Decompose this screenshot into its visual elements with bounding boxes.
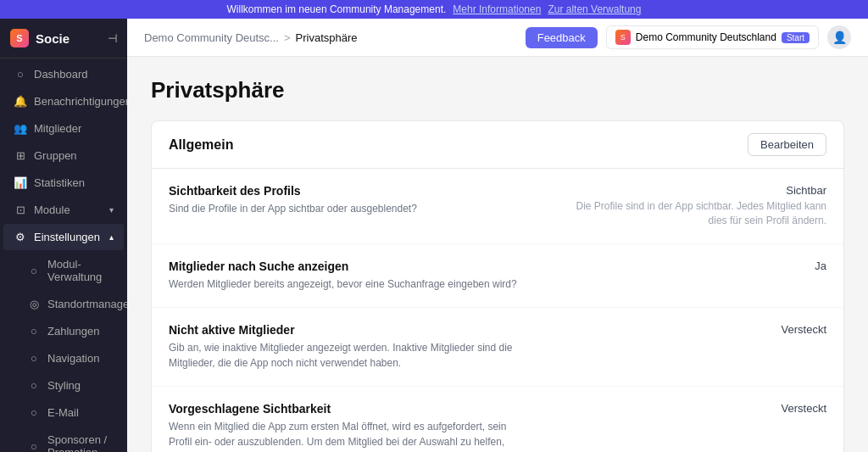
page-content: Privatsphäre Allgemein Bearbeiten Sichtb… [127, 57, 868, 452]
stats-icon: 📊 [14, 176, 27, 189]
settings-row-suche: Mitglieder nach Suche anzeigen Werden Mi… [152, 244, 843, 308]
community-icon: S [615, 30, 631, 45]
sidebar-nav: ○ Dashboard 🔔 Benachrichtigungen 👥 Mitgl… [0, 60, 127, 452]
sidebar-item-label: Einstellungen [34, 231, 100, 243]
sidebar-item-navigation[interactable]: ○ Navigation [3, 345, 124, 371]
settings-row-left: Nicht aktive Mitglieder Gib an, wie inak… [169, 323, 531, 371]
notification-text: Willkommen im neuen Community Management… [227, 3, 447, 15]
row-value: Versteckt [782, 402, 826, 415]
sidebar-item-sponsoren[interactable]: ○ Sponsoren / Promotion [3, 427, 124, 452]
settings-icon: ⚙ [14, 231, 27, 243]
sidebar-item-zahlungen[interactable]: ○ Zahlungen [3, 318, 124, 344]
settings-row-sichtbarkeit: Sichtbarkeit des Profils Sind die Profil… [152, 169, 843, 244]
settings-row-nicht-aktive: Nicht aktive Mitglieder Gib an, wie inak… [152, 308, 843, 387]
more-info-link[interactable]: Mehr Informationen [453, 3, 541, 15]
sidebar-item-label: Mitglieder [34, 122, 81, 135]
sponsoren-icon: ○ [27, 440, 41, 453]
community-name: Demo Community Deutschland [636, 31, 776, 43]
feedback-button[interactable]: Feedback [526, 27, 598, 48]
payment-icon: ○ [27, 325, 41, 338]
sidebar-item-label: Dashboard [34, 68, 88, 81]
row-description: Wenn ein Mitglied die App zum ersten Mal… [169, 419, 531, 452]
sidebar-item-label: Module [34, 204, 70, 216]
edit-button[interactable]: Bearbeiten [748, 133, 826, 156]
header-actions: Feedback S Demo Community Deutschland St… [526, 25, 851, 49]
sidebar-item-modul-verwaltung[interactable]: ○ Modul-Verwaltung [3, 251, 124, 290]
card-header: Allgemein Bearbeiten [152, 121, 843, 169]
row-title: Sichtbarkeit des Profils [169, 184, 531, 198]
sidebar-item-standortmanagement[interactable]: ◎ Standortmanagement [3, 291, 124, 317]
sidebar-item-module[interactable]: ⊡ Module ▾ [3, 197, 124, 223]
sidebar-item-label: Zahlungen [47, 325, 99, 338]
page-title: Privatsphäre [151, 77, 844, 103]
start-badge: Start [782, 32, 810, 43]
main-area: Demo Community Deutsc... > Privatsphäre … [127, 19, 868, 452]
old-admin-link[interactable]: Zur alten Verwaltung [548, 3, 641, 15]
settings-row-left: Vorgeschlagene Sichtbarkeit Wenn ein Mit… [169, 402, 531, 452]
settings-row-right: Versteckt [782, 323, 826, 338]
sidebar-item-statistiken[interactable]: 📊 Statistiken [3, 170, 124, 196]
sidebar-item-styling[interactable]: ○ Styling [3, 372, 124, 399]
row-title: Mitglieder nach Suche anzeigen [169, 259, 531, 273]
row-value: Sichtbar [564, 184, 826, 197]
row-value: Ja [815, 259, 826, 272]
sidebar: S Socie ⊣ ○ Dashboard 🔔 Benachrichtigung… [0, 19, 127, 452]
notification-bar: Willkommen im neuen Community Management… [0, 0, 868, 19]
logo-icon: S [10, 29, 29, 47]
members-icon: 👥 [14, 122, 27, 135]
row-value-desc: Die Profile sind in der App sichtbar. Je… [564, 199, 826, 228]
breadcrumb-parent[interactable]: Demo Community Deutsc... [144, 31, 279, 44]
settings-row-right: Sichtbar Die Profile sind in der App sic… [564, 184, 826, 228]
row-description: Gib an, wie inaktive Mitglieder angezeig… [169, 340, 531, 371]
card-header-title: Allgemein [169, 137, 233, 153]
navigation-icon: ○ [27, 352, 41, 365]
header-bar: Demo Community Deutsc... > Privatsphäre … [127, 19, 868, 57]
modul-icon: ○ [27, 265, 41, 277]
standort-icon: ◎ [27, 298, 41, 310]
sidebar-item-dashboard[interactable]: ○ Dashboard [3, 61, 124, 87]
bell-icon: 🔔 [14, 95, 27, 108]
breadcrumb-separator: > [284, 31, 291, 44]
settings-row-right: Ja [815, 259, 826, 275]
sidebar-item-gruppen[interactable]: ⊞ Gruppen [3, 142, 124, 169]
row-value: Versteckt [782, 323, 826, 336]
sidebar-item-label: Modul-Verwaltung [47, 258, 114, 283]
settings-row-vorgeschlagen: Vorgeschlagene Sichtbarkeit Wenn ein Mit… [152, 387, 843, 452]
chevron-down-icon: ▾ [109, 205, 114, 215]
groups-icon: ⊞ [14, 149, 27, 162]
styling-icon: ○ [27, 379, 41, 392]
row-title: Vorgeschlagene Sichtbarkeit [169, 402, 531, 416]
sidebar-item-label: Benachrichtigungen [34, 95, 127, 108]
chevron-up-icon: ▴ [109, 232, 114, 242]
sidebar-item-label: Standortmanagement [47, 298, 127, 310]
sidebar-item-mitglieder[interactable]: 👥 Mitglieder [3, 115, 124, 142]
sidebar-item-label: Gruppen [34, 149, 77, 162]
settings-row-left: Mitglieder nach Suche anzeigen Werden Mi… [169, 259, 531, 292]
settings-row-left: Sichtbarkeit des Profils Sind die Profil… [169, 184, 531, 216]
sidebar-item-benachrichtigungen[interactable]: 🔔 Benachrichtigungen [3, 88, 124, 114]
sidebar-item-email[interactable]: ○ E-Mail [3, 399, 124, 426]
dashboard-icon: ○ [14, 68, 27, 81]
settings-card: Allgemein Bearbeiten Sichtbarkeit des Pr… [151, 120, 844, 452]
sidebar-item-label: Navigation [47, 352, 99, 365]
row-description: Werden Mitglieder bereits angezeigt, bev… [169, 276, 531, 292]
row-title: Nicht aktive Mitglieder [169, 323, 531, 337]
sidebar-logo: S Socie ⊣ [0, 19, 127, 59]
community-badge[interactable]: S Demo Community Deutschland Start [606, 25, 819, 49]
sidebar-item-einstellungen[interactable]: ⚙ Einstellungen ▴ [3, 224, 124, 250]
module-icon: ⊡ [14, 204, 27, 216]
sidebar-item-label: Statistiken [34, 176, 85, 189]
user-avatar[interactable]: 👤 [827, 25, 851, 49]
sidebar-item-label: Styling [47, 379, 81, 392]
sidebar-item-label: E-Mail [47, 406, 79, 419]
breadcrumb-current: Privatsphäre [296, 31, 358, 44]
settings-row-right: Versteckt [782, 402, 826, 417]
row-description: Sind die Profile in der App sichtbar ode… [169, 201, 531, 216]
sidebar-collapse-button[interactable]: ⊣ [108, 32, 117, 45]
logo-text: Socie [36, 31, 70, 46]
email-icon: ○ [27, 406, 41, 419]
breadcrumb: Demo Community Deutsc... > Privatsphäre [144, 31, 358, 44]
sidebar-item-label: Sponsoren / Promotion [47, 433, 114, 452]
